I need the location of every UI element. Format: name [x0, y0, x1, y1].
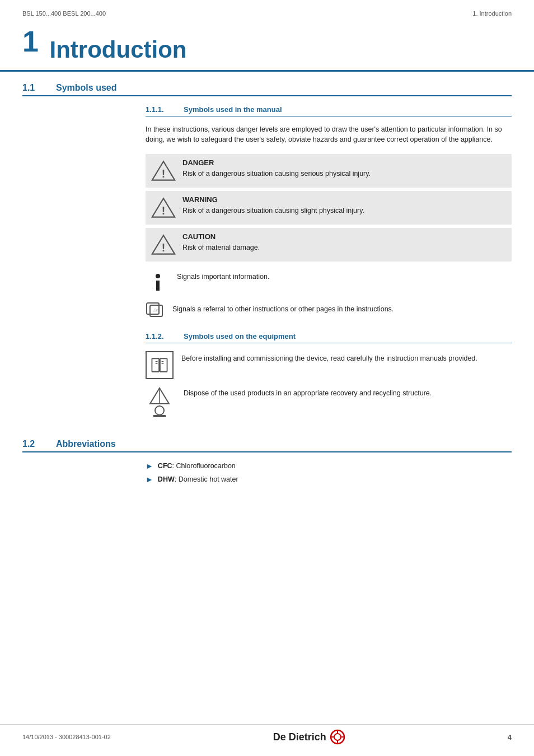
- subsection-layout: 1.1.1. Symbols used in the manual In the…: [22, 105, 512, 428]
- danger-title: DANGER: [182, 158, 506, 167]
- equipment-row-1: Before installing and commissioning the …: [146, 351, 512, 379]
- info-icon: [146, 269, 170, 294]
- warning-icon: !: [151, 195, 176, 220]
- footer-date: 14/10/2013 - 300028413-001-02: [22, 734, 111, 740]
- sub-section-1-1-2-num: 1.1.2.: [146, 332, 175, 340]
- danger-desc: Risk of a dangerous situation causing se…: [182, 169, 506, 179]
- header-right: 1. Introduction: [472, 10, 512, 17]
- section-1-2-label: Abbreviations: [56, 439, 116, 449]
- svg-point-6: [156, 274, 160, 278]
- equipment-row-2: Dispose of the used products in an appro…: [146, 386, 512, 421]
- section-1-1-heading: 1.1 Symbols used: [22, 83, 512, 96]
- sub-section-1-1-1-heading: 1.1.1. Symbols used in the manual: [146, 105, 512, 116]
- svg-rect-7: [156, 281, 160, 291]
- svg-point-22: [155, 406, 164, 415]
- intro-text: In these instructions, various danger le…: [146, 124, 512, 146]
- recycle-icon: [146, 386, 176, 421]
- header-left: BSL 150...400 BESL 200...400: [22, 10, 106, 17]
- abbreviations-list: ► CFC: Chlorofluorocarbon ► DHW: Domesti…: [22, 461, 512, 484]
- section-1-1-num: 1.1: [22, 83, 43, 93]
- svg-rect-23: [153, 415, 166, 417]
- equipment-desc-2: Dispose of the used products in an appro…: [184, 386, 432, 399]
- sub-section-1-1-1-num: 1.1.1.: [146, 105, 175, 114]
- sub-section-1-1-2-heading: 1.1.2. Symbols used on the equipment: [146, 332, 512, 343]
- referral-text: Signals a referral to other instructions…: [172, 302, 394, 315]
- subsection-right-content: 1.1.1. Symbols used in the manual In the…: [146, 105, 512, 428]
- caution-icon: !: [151, 232, 176, 257]
- svg-text:!: !: [162, 167, 165, 180]
- abbrev-dhw: DHW: Domestic hot water: [158, 475, 238, 483]
- abbrev-item-dhw: ► DHW: Domestic hot water: [146, 475, 512, 484]
- svg-point-25: [334, 734, 341, 740]
- chapter-title: Introduction: [50, 36, 187, 63]
- manual-book-icon: [146, 351, 174, 379]
- page-footer: 14/10/2013 - 300028413-001-02 De Dietric…: [0, 724, 534, 745]
- referral-icon: ☞: [146, 302, 166, 322]
- section-1-2-heading: 1.2 Abbreviations: [22, 439, 512, 452]
- caution-box: ! CAUTION Risk of material damage.: [146, 228, 512, 262]
- section-1-1-label: Symbols used: [56, 83, 116, 93]
- referral-row: ☞ Signals a referral to other instructio…: [146, 302, 512, 322]
- danger-content: DANGER Risk of a dangerous situation cau…: [182, 158, 506, 179]
- danger-icon: !: [151, 158, 176, 183]
- bullet-dhw: ►: [146, 475, 153, 484]
- section-1-1: 1.1 Symbols used 1.1.1. Symbols used in …: [0, 83, 534, 428]
- svg-text:!: !: [162, 204, 165, 217]
- caution-desc: Risk of material damage.: [182, 243, 506, 253]
- sub-section-1-1-1-label: Symbols used in the manual: [184, 105, 282, 114]
- svg-rect-11: [152, 358, 159, 372]
- bullet-cfc: ►: [146, 461, 153, 470]
- svg-text:☞: ☞: [153, 307, 159, 314]
- logo-area: De Dietrich: [273, 729, 345, 745]
- section-1-2: 1.2 Abbreviations ► CFC: Chlorofluorocar…: [0, 439, 534, 484]
- abbrev-cfc: CFC: Chlorofluorocarbon: [158, 462, 236, 470]
- chapter-title-section: 1 Introduction: [0, 20, 534, 72]
- warning-content: WARNING Risk of a dangerous situation ca…: [182, 195, 506, 216]
- equipment-desc-1: Before installing and commissioning the …: [181, 351, 477, 364]
- warning-title: WARNING: [182, 195, 506, 204]
- svg-text:!: !: [162, 241, 165, 254]
- sub-section-1-1-2-label: Symbols used on the equipment: [184, 332, 296, 340]
- logo-text: De Dietrich: [273, 731, 326, 743]
- page-header: BSL 150...400 BESL 200...400 1. Introduc…: [0, 0, 534, 20]
- subsection-left-spacer: [22, 105, 146, 428]
- caution-title: CAUTION: [182, 232, 506, 241]
- chapter-number: 1: [22, 25, 39, 58]
- info-text: Signals important information.: [177, 269, 269, 282]
- info-row: Signals important information.: [146, 265, 512, 298]
- abbrev-item-cfc: ► CFC: Chlorofluorocarbon: [146, 461, 512, 470]
- section-1-2-num: 1.2: [22, 439, 43, 449]
- page-number: 4: [508, 733, 512, 741]
- warning-box: ! WARNING Risk of a dangerous situation …: [146, 191, 512, 225]
- logo-icon: [330, 729, 345, 745]
- svg-rect-12: [160, 358, 167, 372]
- caution-content: CAUTION Risk of material damage.: [182, 232, 506, 253]
- danger-box: ! DANGER Risk of a dangerous situation c…: [146, 154, 512, 188]
- warning-desc: Risk of a dangerous situation causing sl…: [182, 206, 506, 216]
